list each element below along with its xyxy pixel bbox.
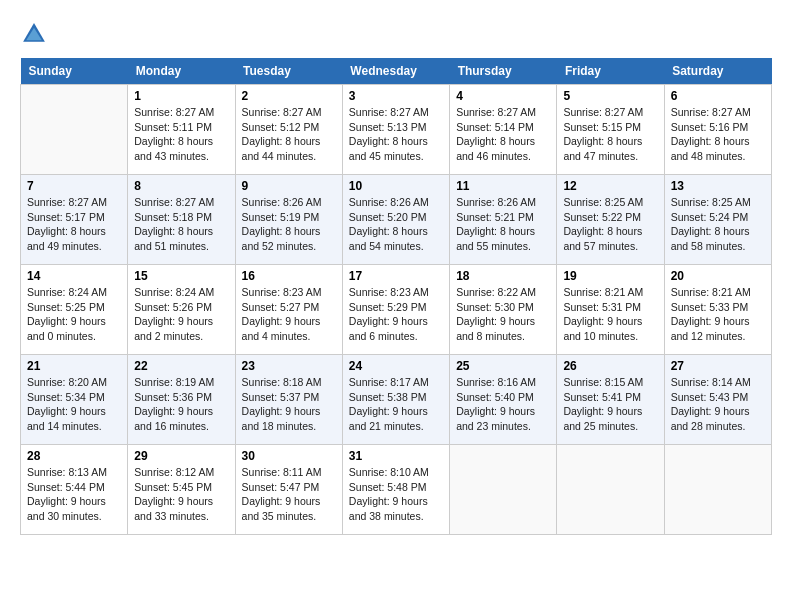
calendar-week-row: 1Sunrise: 8:27 AM Sunset: 5:11 PM Daylig… [21, 85, 772, 175]
day-number: 18 [456, 269, 550, 283]
day-number: 29 [134, 449, 228, 463]
calendar-cell: 31Sunrise: 8:10 AM Sunset: 5:48 PM Dayli… [342, 445, 449, 535]
calendar-cell: 13Sunrise: 8:25 AM Sunset: 5:24 PM Dayli… [664, 175, 771, 265]
day-number: 24 [349, 359, 443, 373]
calendar-cell: 26Sunrise: 8:15 AM Sunset: 5:41 PM Dayli… [557, 355, 664, 445]
calendar-header-row: SundayMondayTuesdayWednesdayThursdayFrid… [21, 58, 772, 85]
day-number: 9 [242, 179, 336, 193]
day-info: Sunrise: 8:19 AM Sunset: 5:36 PM Dayligh… [134, 375, 228, 434]
day-number: 15 [134, 269, 228, 283]
column-header-thursday: Thursday [450, 58, 557, 85]
calendar-week-row: 14Sunrise: 8:24 AM Sunset: 5:25 PM Dayli… [21, 265, 772, 355]
day-info: Sunrise: 8:26 AM Sunset: 5:19 PM Dayligh… [242, 195, 336, 254]
calendar-cell [664, 445, 771, 535]
calendar-cell: 3Sunrise: 8:27 AM Sunset: 5:13 PM Daylig… [342, 85, 449, 175]
calendar-cell: 16Sunrise: 8:23 AM Sunset: 5:27 PM Dayli… [235, 265, 342, 355]
day-info: Sunrise: 8:17 AM Sunset: 5:38 PM Dayligh… [349, 375, 443, 434]
day-info: Sunrise: 8:13 AM Sunset: 5:44 PM Dayligh… [27, 465, 121, 524]
calendar-cell [557, 445, 664, 535]
column-header-wednesday: Wednesday [342, 58, 449, 85]
day-number: 7 [27, 179, 121, 193]
day-info: Sunrise: 8:26 AM Sunset: 5:20 PM Dayligh… [349, 195, 443, 254]
calendar-cell: 9Sunrise: 8:26 AM Sunset: 5:19 PM Daylig… [235, 175, 342, 265]
column-header-monday: Monday [128, 58, 235, 85]
calendar-cell: 4Sunrise: 8:27 AM Sunset: 5:14 PM Daylig… [450, 85, 557, 175]
day-info: Sunrise: 8:22 AM Sunset: 5:30 PM Dayligh… [456, 285, 550, 344]
calendar-week-row: 28Sunrise: 8:13 AM Sunset: 5:44 PM Dayli… [21, 445, 772, 535]
calendar-cell: 11Sunrise: 8:26 AM Sunset: 5:21 PM Dayli… [450, 175, 557, 265]
calendar-cell: 20Sunrise: 8:21 AM Sunset: 5:33 PM Dayli… [664, 265, 771, 355]
calendar-week-row: 21Sunrise: 8:20 AM Sunset: 5:34 PM Dayli… [21, 355, 772, 445]
calendar-cell: 6Sunrise: 8:27 AM Sunset: 5:16 PM Daylig… [664, 85, 771, 175]
day-info: Sunrise: 8:14 AM Sunset: 5:43 PM Dayligh… [671, 375, 765, 434]
day-info: Sunrise: 8:23 AM Sunset: 5:27 PM Dayligh… [242, 285, 336, 344]
column-header-friday: Friday [557, 58, 664, 85]
day-info: Sunrise: 8:27 AM Sunset: 5:12 PM Dayligh… [242, 105, 336, 164]
day-number: 11 [456, 179, 550, 193]
column-header-saturday: Saturday [664, 58, 771, 85]
day-info: Sunrise: 8:27 AM Sunset: 5:13 PM Dayligh… [349, 105, 443, 164]
calendar-cell: 28Sunrise: 8:13 AM Sunset: 5:44 PM Dayli… [21, 445, 128, 535]
day-number: 25 [456, 359, 550, 373]
calendar-cell [450, 445, 557, 535]
calendar-table: SundayMondayTuesdayWednesdayThursdayFrid… [20, 58, 772, 535]
day-info: Sunrise: 8:27 AM Sunset: 5:17 PM Dayligh… [27, 195, 121, 254]
day-number: 21 [27, 359, 121, 373]
day-info: Sunrise: 8:11 AM Sunset: 5:47 PM Dayligh… [242, 465, 336, 524]
day-number: 16 [242, 269, 336, 283]
day-number: 13 [671, 179, 765, 193]
day-number: 27 [671, 359, 765, 373]
calendar-week-row: 7Sunrise: 8:27 AM Sunset: 5:17 PM Daylig… [21, 175, 772, 265]
calendar-cell: 1Sunrise: 8:27 AM Sunset: 5:11 PM Daylig… [128, 85, 235, 175]
day-number: 12 [563, 179, 657, 193]
calendar-cell [21, 85, 128, 175]
day-info: Sunrise: 8:20 AM Sunset: 5:34 PM Dayligh… [27, 375, 121, 434]
day-info: Sunrise: 8:26 AM Sunset: 5:21 PM Dayligh… [456, 195, 550, 254]
day-number: 10 [349, 179, 443, 193]
day-info: Sunrise: 8:21 AM Sunset: 5:31 PM Dayligh… [563, 285, 657, 344]
calendar-cell: 18Sunrise: 8:22 AM Sunset: 5:30 PM Dayli… [450, 265, 557, 355]
calendar-cell: 27Sunrise: 8:14 AM Sunset: 5:43 PM Dayli… [664, 355, 771, 445]
column-header-sunday: Sunday [21, 58, 128, 85]
calendar-cell: 19Sunrise: 8:21 AM Sunset: 5:31 PM Dayli… [557, 265, 664, 355]
column-header-tuesday: Tuesday [235, 58, 342, 85]
calendar-cell: 24Sunrise: 8:17 AM Sunset: 5:38 PM Dayli… [342, 355, 449, 445]
calendar-cell: 22Sunrise: 8:19 AM Sunset: 5:36 PM Dayli… [128, 355, 235, 445]
calendar-cell: 5Sunrise: 8:27 AM Sunset: 5:15 PM Daylig… [557, 85, 664, 175]
day-number: 4 [456, 89, 550, 103]
day-number: 23 [242, 359, 336, 373]
day-number: 2 [242, 89, 336, 103]
day-info: Sunrise: 8:23 AM Sunset: 5:29 PM Dayligh… [349, 285, 443, 344]
day-number: 22 [134, 359, 228, 373]
day-info: Sunrise: 8:18 AM Sunset: 5:37 PM Dayligh… [242, 375, 336, 434]
day-number: 30 [242, 449, 336, 463]
day-number: 19 [563, 269, 657, 283]
calendar-cell: 10Sunrise: 8:26 AM Sunset: 5:20 PM Dayli… [342, 175, 449, 265]
day-number: 6 [671, 89, 765, 103]
day-info: Sunrise: 8:25 AM Sunset: 5:24 PM Dayligh… [671, 195, 765, 254]
day-number: 20 [671, 269, 765, 283]
calendar-cell: 7Sunrise: 8:27 AM Sunset: 5:17 PM Daylig… [21, 175, 128, 265]
day-info: Sunrise: 8:25 AM Sunset: 5:22 PM Dayligh… [563, 195, 657, 254]
day-number: 26 [563, 359, 657, 373]
calendar-cell: 25Sunrise: 8:16 AM Sunset: 5:40 PM Dayli… [450, 355, 557, 445]
day-info: Sunrise: 8:10 AM Sunset: 5:48 PM Dayligh… [349, 465, 443, 524]
day-number: 17 [349, 269, 443, 283]
day-number: 28 [27, 449, 121, 463]
day-info: Sunrise: 8:27 AM Sunset: 5:18 PM Dayligh… [134, 195, 228, 254]
day-info: Sunrise: 8:24 AM Sunset: 5:25 PM Dayligh… [27, 285, 121, 344]
day-number: 14 [27, 269, 121, 283]
calendar-cell: 29Sunrise: 8:12 AM Sunset: 5:45 PM Dayli… [128, 445, 235, 535]
day-info: Sunrise: 8:27 AM Sunset: 5:16 PM Dayligh… [671, 105, 765, 164]
calendar-cell: 30Sunrise: 8:11 AM Sunset: 5:47 PM Dayli… [235, 445, 342, 535]
day-number: 31 [349, 449, 443, 463]
calendar-cell: 17Sunrise: 8:23 AM Sunset: 5:29 PM Dayli… [342, 265, 449, 355]
calendar-cell: 14Sunrise: 8:24 AM Sunset: 5:25 PM Dayli… [21, 265, 128, 355]
calendar-cell: 12Sunrise: 8:25 AM Sunset: 5:22 PM Dayli… [557, 175, 664, 265]
calendar-cell: 2Sunrise: 8:27 AM Sunset: 5:12 PM Daylig… [235, 85, 342, 175]
page-header [20, 20, 772, 48]
logo-icon [20, 20, 48, 48]
day-number: 3 [349, 89, 443, 103]
day-info: Sunrise: 8:21 AM Sunset: 5:33 PM Dayligh… [671, 285, 765, 344]
logo [20, 20, 52, 48]
